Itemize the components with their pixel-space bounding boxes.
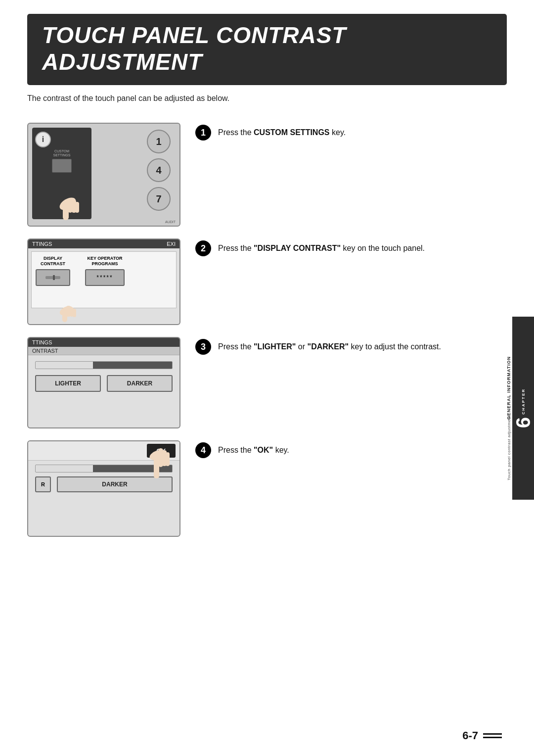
chapter-sidebar: CHAPTER 6: [512, 317, 534, 500]
step4-text-block: 4 Press the "OK" key.: [180, 440, 507, 458]
key-1[interactable]: 1: [147, 130, 171, 153]
screen2-header: TTINGS EXI: [28, 239, 179, 248]
page-line-2: [483, 737, 502, 738]
darker-btn-3[interactable]: DARKER: [107, 375, 173, 392]
step4-number: 4: [195, 442, 211, 458]
step2-number: 2: [195, 240, 211, 256]
custom-settings-key[interactable]: [52, 159, 72, 173]
svg-rect-4: [75, 202, 79, 213]
step3-text: Press the "LIGHTER" or "DARKER" key to a…: [218, 339, 441, 353]
page-number-area: 6-7: [462, 729, 502, 742]
step2-text: Press the "DISPLAY CONTRAST" key on the …: [218, 240, 425, 254]
step2-text-block: 2 Press the "DISPLAY CONTRAST" key on th…: [180, 238, 507, 256]
page-line-1: [483, 733, 502, 735]
screen3-subheader: ONTRAST: [28, 347, 179, 355]
svg-rect-11: [73, 309, 76, 317]
key-7[interactable]: 7: [147, 187, 171, 211]
chapter-number: 6: [512, 417, 534, 428]
audit-label: AUDIT: [165, 220, 176, 224]
lighter-btn[interactable]: LIGHTER: [35, 375, 101, 392]
custom-settings-label: CUSTOMSETTINGS: [35, 149, 89, 157]
r-btn[interactable]: R: [35, 476, 51, 492]
page-number: 6-7: [462, 729, 478, 742]
key-operator-label: KEY OPERATORPROGRAMS: [87, 256, 122, 267]
page-sidebar-label: Touch panel contrast adjustment: [507, 416, 511, 480]
step1-number: 1: [195, 125, 211, 141]
step4-illustration: OK R DARKER: [27, 440, 180, 537]
step3-number: 3: [195, 339, 211, 355]
step-4: OK R DARKER: [27, 440, 507, 537]
step3-illustration: TTINGS ONTRAST LIGHTER DARKER: [27, 337, 180, 428]
step1-text-block: 1 Press the CUSTOM SETTINGS key.: [180, 123, 507, 141]
page-lines: [483, 733, 502, 738]
finger2-icon: [55, 300, 85, 322]
finger-icon: [53, 189, 92, 224]
step4-text: Press the "OK" key.: [218, 442, 289, 456]
display-contrast-label: DISPLAYCONTRAST: [41, 256, 65, 267]
chapter-label: CHAPTER: [521, 388, 526, 415]
slider-icon: [45, 274, 60, 281]
header-bar: TOUCH PANEL CONTRAST ADJUSTMENT: [27, 14, 507, 85]
svg-rect-6: [53, 275, 55, 280]
step1-text: Press the CUSTOM SETTINGS key.: [218, 125, 346, 139]
step2-illustration: TTINGS EXI DISPLAYCONTRAST: [27, 238, 180, 325]
page-title: TOUCH PANEL CONTRAST ADJUSTMENT: [42, 22, 492, 75]
screen3-header: TTINGS: [28, 338, 179, 347]
subtitle: The contrast of the touch panel can be a…: [27, 94, 507, 103]
step-2: TTINGS EXI DISPLAYCONTRAST: [27, 238, 507, 325]
display-contrast-btn[interactable]: [36, 269, 70, 286]
step-1: i CUSTOMSETTINGS 1 4 7: [27, 123, 507, 227]
step3-text-block: 3 Press the "LIGHTER" or "DARKER" key to…: [180, 337, 507, 355]
key-4[interactable]: 4: [147, 158, 171, 182]
general-info-label: GENERAL INFORMATION: [506, 356, 511, 420]
svg-rect-16: [166, 452, 170, 466]
key-operator-btn[interactable]: *****: [85, 269, 125, 286]
finger3-icon: [145, 441, 177, 481]
step-3: TTINGS ONTRAST LIGHTER DARKER 3 Press th…: [27, 337, 507, 428]
info-button[interactable]: i: [35, 132, 51, 147]
step1-illustration: i CUSTOMSETTINGS 1 4 7: [27, 123, 180, 227]
